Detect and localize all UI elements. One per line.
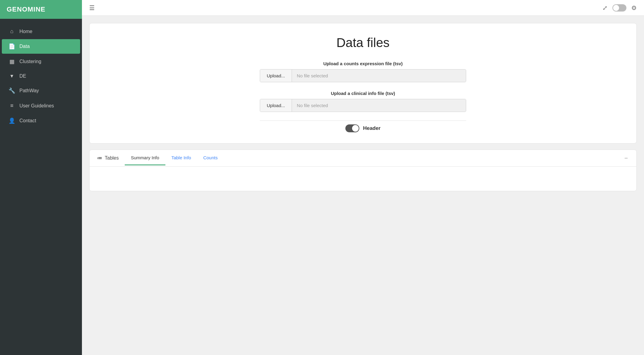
sidebar-item-clustering-label: Clustering (19, 59, 41, 64)
sidebar-item-pathway-label: PathWay (19, 88, 39, 93)
clinical-upload-section: Upload a clinical info file (tsv) Upload… (104, 91, 622, 112)
page-title: Data files (104, 36, 622, 50)
counts-upload-label: Upload a counts expression file (tsv) (104, 61, 622, 66)
user-icon: 👤 (8, 117, 15, 124)
list-icon: ≡ (8, 103, 15, 109)
header-toggle[interactable] (345, 124, 359, 132)
counts-upload-row: Upload... No file selected (260, 69, 466, 82)
main-area: ☰ ⤢ ⚙ Data files Upload a counts express… (82, 0, 644, 355)
pathway-icon: 🔧 (8, 87, 15, 94)
expand-button[interactable]: ⤢ (602, 4, 608, 12)
de-icon: ▼ (8, 73, 15, 79)
settings-button[interactable]: ⚙ (631, 4, 637, 12)
header-toggle-knob (352, 125, 359, 132)
section-divider (260, 120, 466, 121)
counts-upload-button[interactable]: Upload... (260, 69, 292, 82)
sidebar-item-contact-label: Contact (19, 118, 36, 123)
tables-card: ≔ Tables Summary Info Table Info Counts … (89, 150, 637, 191)
clinical-file-placeholder: No file selected (292, 99, 466, 112)
sidebar-item-de[interactable]: ▼ DE (2, 69, 80, 83)
sidebar-item-de-label: DE (19, 73, 26, 79)
tables-icon-label: ≔ Tables (94, 150, 125, 166)
clinical-upload-row: Upload... No file selected (260, 99, 466, 112)
content-area: Data files Upload a counts expression fi… (82, 16, 644, 355)
data-files-card: Data files Upload a counts expression fi… (89, 23, 637, 144)
sidebar-item-pathway[interactable]: 🔧 PathWay (2, 83, 80, 98)
theme-toggle[interactable] (612, 4, 626, 12)
tables-collapse-button[interactable]: − (621, 151, 632, 165)
file-icon: 📄 (8, 43, 15, 50)
header-toggle-label: Header (363, 125, 381, 131)
sidebar-item-home-label: Home (19, 29, 32, 34)
sidebar-item-user-guidelines[interactable]: ≡ User Guidelines (2, 99, 80, 113)
tab-counts[interactable]: Counts (197, 151, 224, 165)
sidebar-item-home[interactable]: ⌂ Home (2, 24, 80, 39)
tables-header: ≔ Tables Summary Info Table Info Counts … (90, 150, 636, 167)
counts-upload-section: Upload a counts expression file (tsv) Up… (104, 61, 622, 82)
sidebar-item-contact[interactable]: 👤 Contact (2, 113, 80, 128)
home-icon: ⌂ (8, 28, 15, 35)
sidebar-item-data-label: Data (19, 44, 30, 49)
clinical-upload-button[interactable]: Upload... (260, 99, 292, 112)
sidebar-nav: ⌂ Home 📄 Data ▦ Clustering ▼ DE 🔧 PathWa… (0, 19, 82, 355)
sidebar: GENOMINE ⌂ Home 📄 Data ▦ Clustering ▼ DE… (0, 0, 82, 355)
tables-label: Tables (105, 155, 119, 161)
counts-file-placeholder: No file selected (292, 69, 466, 82)
clustering-icon: ▦ (8, 58, 15, 65)
tab-summary-info[interactable]: Summary Info (125, 151, 165, 165)
topbar: ☰ ⤢ ⚙ (82, 0, 644, 16)
header-toggle-row: Header (104, 124, 622, 132)
topbar-right-controls: ⤢ ⚙ (602, 4, 637, 12)
tables-body (90, 167, 636, 191)
clinical-upload-label: Upload a clinical info file (tsv) (104, 91, 622, 96)
sidebar-item-clustering[interactable]: ▦ Clustering (2, 54, 80, 69)
tab-table-info[interactable]: Table Info (165, 151, 197, 165)
sidebar-item-data[interactable]: 📄 Data (2, 39, 80, 54)
toggle-knob (613, 5, 619, 11)
tables-list-icon: ≔ (97, 155, 102, 161)
menu-button[interactable]: ☰ (89, 4, 95, 12)
sidebar-item-guidelines-label: User Guidelines (19, 103, 54, 109)
app-logo: GENOMINE (0, 0, 82, 19)
